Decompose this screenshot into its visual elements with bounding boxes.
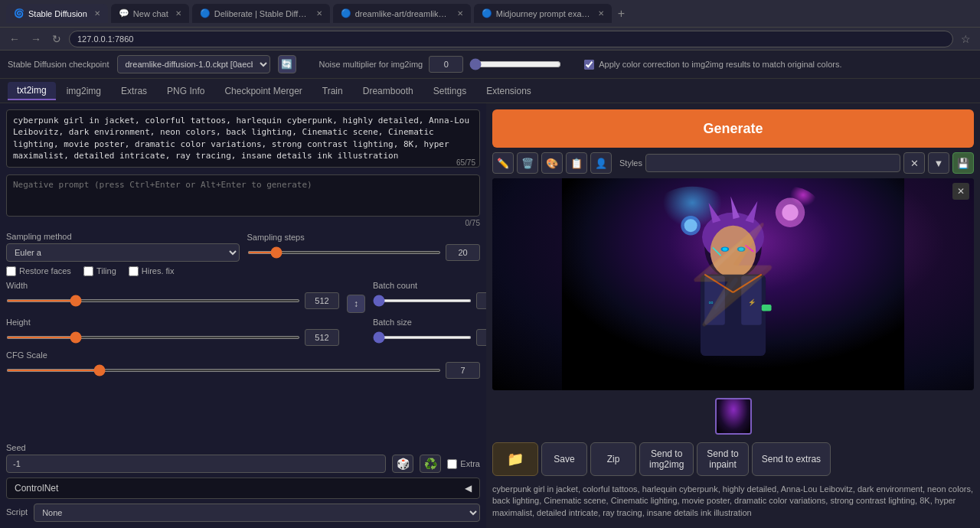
generate-button[interactable]: Generate — [492, 109, 974, 148]
sampling-steps-slider[interactable] — [247, 251, 442, 254]
tab-dreambooth[interactable]: Dreambooth — [354, 83, 423, 99]
batch-size-input[interactable] — [476, 329, 486, 346]
send-to-extras-button[interactable]: Send to extras — [752, 442, 831, 476]
tab-train[interactable]: Train — [313, 83, 352, 99]
height-slider[interactable] — [6, 336, 300, 339]
checkboxes-row: Restore faces Tiling Hires. fix — [6, 266, 480, 276]
reload-button[interactable]: ↻ — [49, 31, 64, 47]
restore-faces-checkbox[interactable] — [6, 266, 16, 276]
styles-save-button[interactable]: 💾 — [952, 152, 974, 174]
tab-close-deliberate[interactable]: ✕ — [316, 9, 322, 18]
tiling-label[interactable]: Tiling — [83, 266, 116, 276]
batch-count-input[interactable] — [476, 292, 486, 309]
extra-checkbox[interactable] — [447, 459, 457, 469]
restore-faces-label[interactable]: Restore faces — [6, 266, 71, 276]
checkpoint-refresh-button[interactable]: 🔄 — [278, 55, 296, 73]
gen-tool-style1-button[interactable]: 🎨 — [541, 152, 563, 174]
noise-slider[interactable] — [469, 58, 561, 70]
tab-png-info[interactable]: PNG Info — [158, 83, 214, 99]
forward-button[interactable]: → — [28, 31, 44, 47]
sampling-row: Sampling method Euler a Sampling steps — [6, 232, 480, 262]
tab-new-chat[interactable]: 💬 New chat ✕ — [111, 4, 189, 23]
zip-button[interactable]: Zip — [590, 442, 636, 476]
styles-input[interactable] — [645, 154, 900, 172]
controlnet-section[interactable]: ControlNet ◀ — [6, 477, 480, 499]
width-section: Width — [6, 281, 339, 309]
cfg-slider[interactable] — [6, 369, 441, 372]
swap-dimensions-button[interactable]: ↕ — [347, 295, 365, 313]
seed-dice-button[interactable]: 🎲 — [392, 455, 413, 473]
prompt-counter: 65/75 — [456, 158, 475, 167]
extra-checkbox-label[interactable]: Extra — [447, 459, 480, 469]
tab-txt2img[interactable]: txt2img — [8, 82, 56, 100]
tab-settings[interactable]: Settings — [424, 83, 475, 99]
svg-point-5 — [702, 213, 764, 262]
hires-fix-label[interactable]: Hires. fix — [129, 266, 175, 276]
tab-icon-midjourney: 🔵 — [482, 8, 492, 18]
svg-point-13 — [737, 246, 746, 251]
width-slider[interactable] — [6, 299, 300, 302]
back-button[interactable]: ← — [6, 31, 23, 47]
prompt-textarea[interactable]: cyberpunk girl in jacket, colorful tatto… — [6, 109, 480, 168]
noise-value-input[interactable] — [429, 56, 463, 73]
send-to-inpaint-button[interactable]: Send to inpaint — [697, 442, 748, 476]
tab-extras[interactable]: Extras — [112, 83, 156, 99]
svg-text:⚡: ⚡ — [748, 298, 756, 307]
bookmark-button[interactable]: ☆ — [958, 31, 974, 47]
tab-extensions[interactable]: Extensions — [477, 83, 541, 99]
cfg-section: CFG Scale — [6, 350, 480, 438]
batch-size-label: Batch size — [373, 318, 480, 327]
tab-img2img[interactable]: img2img — [57, 83, 110, 99]
height-section: Height — [6, 318, 339, 346]
tab-stable-diffusion[interactable]: 🌀 Stable Diffusion ✕ — [6, 4, 108, 23]
noise-section: Noise multiplier for img2img — [319, 56, 562, 73]
negative-prompt-textarea[interactable] — [6, 174, 480, 217]
new-tab-button[interactable]: + — [615, 7, 628, 21]
address-input[interactable] — [69, 31, 953, 47]
tab-close-dreamlike[interactable]: ✕ — [457, 9, 463, 18]
seed-row: 🎲 ♻️ Extra — [6, 455, 480, 473]
seed-recycle-button[interactable]: ♻️ — [420, 455, 441, 473]
height-input[interactable] — [305, 329, 339, 346]
seed-input[interactable] — [6, 455, 386, 473]
save-button[interactable]: Save — [541, 442, 587, 476]
tab-midjourney[interactable]: 🔵 Midjourney prompt examples |... ✕ — [474, 4, 612, 23]
color-correction-checkbox[interactable] — [584, 60, 594, 70]
svg-point-9 — [710, 226, 756, 278]
batch-count-slider[interactable] — [373, 299, 472, 302]
svg-point-25 — [684, 219, 697, 232]
batch-size-slider[interactable] — [373, 336, 472, 339]
image-close-button[interactable]: ✕ — [952, 183, 969, 200]
hires-fix-checkbox[interactable] — [129, 266, 139, 276]
open-folder-button[interactable]: 📁 — [492, 442, 538, 476]
address-bar-row: ← → ↻ ☆ — [0, 28, 980, 51]
sampling-method-select[interactable]: Euler a — [6, 243, 240, 262]
gen-tool-person-button[interactable]: 👤 — [590, 152, 612, 174]
cfg-input[interactable] — [446, 362, 480, 379]
tab-close-chat[interactable]: ✕ — [175, 9, 181, 18]
tab-close-sd[interactable]: ✕ — [94, 9, 100, 18]
gen-tool-style2-button[interactable]: 📋 — [566, 152, 587, 174]
tiling-checkbox[interactable] — [83, 266, 93, 276]
sampling-steps-input[interactable] — [446, 244, 480, 261]
seed-label: Seed — [6, 443, 480, 452]
send-to-img2img-button[interactable]: Send to img2img — [639, 442, 694, 476]
tab-deliberate[interactable]: 🔵 Deliberate | Stable Diffusion Che... ✕ — [192, 4, 330, 23]
script-select[interactable]: None — [34, 504, 480, 522]
gen-tool-pencil-button[interactable]: ✏️ — [492, 152, 514, 174]
svg-point-1 — [643, 187, 741, 268]
thumbnail-image[interactable] — [715, 398, 752, 435]
tab-checkpoint-merger[interactable]: Checkpoint Merger — [215, 83, 311, 99]
styles-label: Styles — [619, 158, 642, 168]
checkpoint-select[interactable]: dreamlike-diffusion-1.0.ckpt [0aecbcfa2c… — [117, 55, 270, 73]
styles-apply-button[interactable]: ▼ — [928, 152, 949, 174]
tab-close-midjourney[interactable]: ✕ — [598, 9, 604, 18]
gen-tool-trash-button[interactable]: 🗑️ — [517, 152, 538, 174]
width-input[interactable] — [305, 292, 339, 309]
svg-line-10 — [713, 248, 721, 256]
tab-icon-sd: 🌀 — [14, 8, 24, 18]
sampling-steps-section: Sampling steps — [247, 233, 481, 261]
tab-dreamlike[interactable]: 🔵 dreamlike-art/dreamlike-diffusio... ✕ — [333, 4, 471, 23]
svg-point-14 — [723, 248, 727, 251]
styles-clear-button[interactable]: ✕ — [903, 152, 925, 174]
